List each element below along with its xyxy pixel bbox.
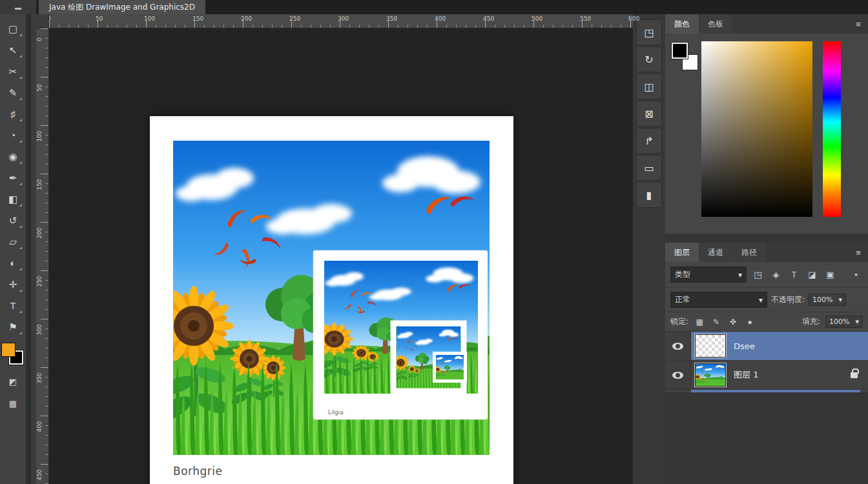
tab-channels[interactable]: 通道 [699,243,732,262]
ruler-label: 400 [435,15,446,22]
marquee-tool[interactable]: ▢ [1,18,25,39]
lock-all-icon[interactable]: ● [744,318,756,327]
selection-indicator-bar [691,390,860,392]
filter-pixel-layers-icon[interactable]: ◳ [751,270,765,279]
layer-row-body: Dsee [691,332,868,360]
ruler-label: 250 [36,272,43,291]
lasso-tool[interactable]: ✂ [1,61,25,82]
layer-filter-dropdown[interactable]: 类型 ▾ [670,267,747,283]
ruler-label: 150 [36,175,43,194]
color-panel-tabs: 颜色 色板 ≡ [665,14,868,34]
type-tool[interactable]: T [1,295,25,316]
saturation-brightness-picker[interactable] [701,41,812,217]
ruler-label: 200 [241,15,252,22]
opacity-label: 不透明度: [771,294,805,305]
properties-panel-icon[interactable]: ◫ [636,74,662,99]
application-window: ▬ Java 绘图 DrawImage and Graphics2D ▢ ↖ ✂… [0,0,868,484]
horizontal-ruler: 0 50 100 150 200 250 300 350 400 450 500… [36,14,633,28]
filter-shape-layers-icon[interactable]: ◪ [805,270,819,279]
crop-tool[interactable]: ♯ [1,103,25,125]
ruler-label: 50 [96,15,103,22]
panel-color-swatches[interactable] [672,43,701,75]
filter-smart-objects-icon[interactable]: ▣ [823,270,837,279]
eraser-tool[interactable]: ▱ [1,231,25,252]
filter-toggle-icon[interactable]: ▪ [849,270,863,279]
lock-transparent-pixels-icon[interactable]: ▦ [694,318,705,327]
document-page[interactable]: Lilgia [150,116,513,484]
gradient-tool[interactable]: ◐ [1,252,25,274]
ruler-label: 350 [386,15,397,22]
layer-row-body: 图层 1 [691,361,868,389]
ruler-label: 200 [36,223,43,243]
screen-mode-button[interactable]: ▦ [1,394,25,412]
layer-filter-label: 类型 [675,269,690,280]
layer-lock-icon [851,372,858,378]
tab-color[interactable]: 颜色 [665,14,699,34]
adjustments-panel-icon[interactable]: ▭ [636,155,662,181]
filter-type-layers-icon[interactable]: T [787,270,801,279]
healing-brush-tool[interactable]: ◉ [1,146,25,167]
lock-image-pixels-icon[interactable]: ✎ [710,318,722,327]
visibility-eye-icon[interactable] [672,372,683,379]
tab-layers[interactable]: 图层 [665,243,699,262]
vertical-ruler: 0 50 100 150 200 250 300 350 400 450 [36,28,49,484]
chevron-down-icon: ▾ [839,296,843,304]
nested-frame-3 [428,354,469,381]
layers-panel-menu-icon[interactable]: ≡ [849,243,868,262]
pen-tool[interactable]: ✛ [1,274,25,295]
ruler-label: 450 [483,15,494,22]
ruler-label: 300 [36,320,43,339]
blend-mode-row: 正常 ▾ 不透明度: 100% ▾ [665,288,868,312]
hue-slider[interactable] [823,41,841,217]
actions-panel-icon[interactable]: ↱ [636,128,662,154]
opacity-value: 100% [812,296,832,304]
lock-position-icon[interactable]: ✜ [727,318,739,327]
layer-row-dsee[interactable]: Dsee [665,332,868,361]
canvas-area[interactable]: Lilgia [49,28,633,484]
layers-panel-tabs: 图层 通道 路径 ≡ [665,243,868,262]
blend-mode-dropdown[interactable]: 正常 ▾ [670,292,767,308]
layer-thumbnail-transparent[interactable] [695,334,726,358]
artwork-canvas[interactable]: Lilgia [173,141,490,455]
foreground-color-swatch[interactable] [1,343,16,357]
brush-tool[interactable]: ✒ [1,167,25,188]
quick-selection-tool[interactable]: ✎ [1,82,25,103]
tab-paths[interactable]: 路径 [732,243,766,262]
layer-thumbnail-image[interactable] [695,363,726,387]
app-menu-button[interactable]: ▬ [0,0,36,14]
layer-filter-row: 类型 ▾ ◳ ◈ T ◪ ▣ ▪ [665,262,868,288]
blend-mode-value: 正常 [675,294,690,305]
tab-swatches[interactable]: 色板 [699,14,732,34]
opacity-input[interactable]: 100% ▾ [809,294,846,306]
tabs-spacer [732,14,849,34]
ruler-label: 350 [36,368,43,388]
history-brush-tool[interactable]: ↺ [1,210,25,231]
ruler-label: 0 [36,30,43,49]
history-panel-icon[interactable]: ↻ [636,46,662,72]
eyedropper-tool[interactable]: ◔ [1,125,25,146]
quick-mask-button[interactable]: ◩ [1,372,25,390]
layers-panel: 图层 通道 路径 ≡ 类型 ▾ ◳ ◈ T ◪ ▣ ▪ [665,243,868,392]
color-panel-menu-icon[interactable]: ≡ [849,14,868,34]
filter-adjustment-layers-icon[interactable]: ◈ [769,270,783,279]
libraries-panel-icon[interactable]: ▮ [636,182,662,208]
shape-tool[interactable]: ⚑ [1,316,25,338]
panel-strip: ◳ ↻ ◫ ⊠ ↱ ▭ ▮ [633,14,665,484]
ruler-corner [36,14,49,28]
layer-name: 图层 1 [734,369,758,381]
visibility-eye-icon[interactable] [672,343,683,350]
document-caption: Borhgrie [173,465,223,478]
ruler-label: 600 [628,15,639,22]
eye-cell [665,361,691,389]
clone-stamp-tool[interactable]: ◧ [1,188,25,210]
toolbox-color-swatches[interactable] [1,343,25,366]
chevron-down-icon: ▾ [759,296,763,305]
document-tab[interactable]: Java 绘图 DrawImage and Graphics2D [39,0,205,14]
layer-row-background[interactable]: 图层 1 [665,361,868,390]
move-tool[interactable]: ↖ [1,39,25,61]
panel-foreground-swatch[interactable] [672,43,688,59]
fill-input[interactable]: 100% ▾ [825,316,863,328]
collapse-panels-icon[interactable]: ◳ [636,19,662,45]
ruler-label: 100 [36,126,43,146]
info-panel-icon[interactable]: ⊠ [636,101,662,126]
